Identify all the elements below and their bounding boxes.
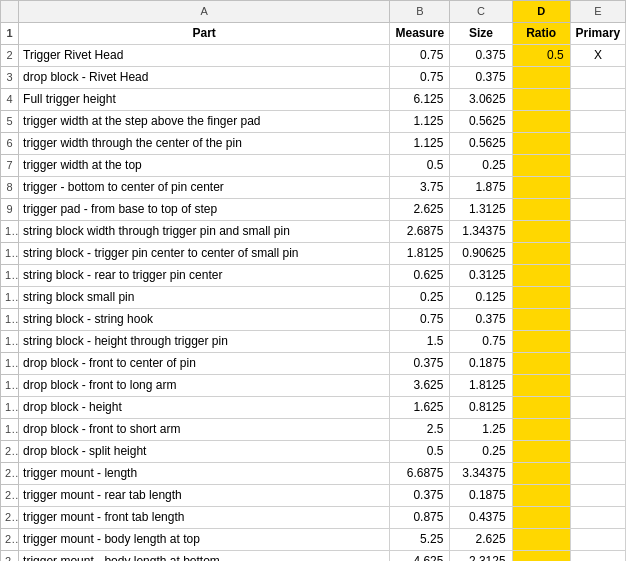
cell-c[interactable]: 0.5625 bbox=[450, 111, 512, 133]
cell-d[interactable] bbox=[512, 551, 570, 562]
cell-b[interactable]: 0.5 bbox=[390, 441, 450, 463]
cell-c[interactable]: 1.25 bbox=[450, 419, 512, 441]
cell-b[interactable]: 0.75 bbox=[390, 67, 450, 89]
cell-d[interactable] bbox=[512, 309, 570, 331]
cell-d[interactable] bbox=[512, 397, 570, 419]
cell-c[interactable]: 1.875 bbox=[450, 177, 512, 199]
cell-d[interactable] bbox=[512, 89, 570, 111]
cell-a[interactable]: trigger - bottom to center of pin center bbox=[19, 177, 390, 199]
cell-d[interactable] bbox=[512, 133, 570, 155]
cell-c[interactable]: Size bbox=[450, 23, 512, 45]
cell-e[interactable] bbox=[570, 133, 625, 155]
cell-a[interactable]: Part bbox=[19, 23, 390, 45]
cell-b[interactable]: 0.875 bbox=[390, 507, 450, 529]
cell-e[interactable]: Primary bbox=[570, 23, 625, 45]
cell-c[interactable]: 1.8125 bbox=[450, 375, 512, 397]
cell-b[interactable]: 3.625 bbox=[390, 375, 450, 397]
cell-c[interactable]: 0.5625 bbox=[450, 133, 512, 155]
cell-d[interactable] bbox=[512, 221, 570, 243]
col-header-d[interactable]: D bbox=[512, 1, 570, 23]
cell-c[interactable]: 0.1875 bbox=[450, 353, 512, 375]
cell-b[interactable]: 0.75 bbox=[390, 309, 450, 331]
cell-c[interactable]: 0.375 bbox=[450, 67, 512, 89]
cell-a[interactable]: trigger mount - rear tab length bbox=[19, 485, 390, 507]
cell-c[interactable]: 3.34375 bbox=[450, 463, 512, 485]
cell-d[interactable] bbox=[512, 67, 570, 89]
cell-c[interactable]: 0.1875 bbox=[450, 485, 512, 507]
cell-e[interactable] bbox=[570, 331, 625, 353]
cell-e[interactable] bbox=[570, 155, 625, 177]
cell-c[interactable]: 0.25 bbox=[450, 155, 512, 177]
cell-d[interactable] bbox=[512, 331, 570, 353]
cell-b[interactable]: 0.375 bbox=[390, 353, 450, 375]
cell-a[interactable]: trigger mount - body length at top bbox=[19, 529, 390, 551]
cell-d[interactable] bbox=[512, 111, 570, 133]
cell-c[interactable]: 1.3125 bbox=[450, 199, 512, 221]
cell-e[interactable] bbox=[570, 67, 625, 89]
cell-d[interactable]: 0.5 bbox=[512, 45, 570, 67]
cell-a[interactable]: drop block - front to center of pin bbox=[19, 353, 390, 375]
cell-e[interactable] bbox=[570, 507, 625, 529]
cell-d[interactable] bbox=[512, 529, 570, 551]
cell-a[interactable]: trigger width at the top bbox=[19, 155, 390, 177]
cell-a[interactable]: trigger pad - from base to top of step bbox=[19, 199, 390, 221]
cell-b[interactable]: 3.75 bbox=[390, 177, 450, 199]
cell-e[interactable] bbox=[570, 265, 625, 287]
cell-e[interactable] bbox=[570, 309, 625, 331]
cell-b[interactable]: 6.125 bbox=[390, 89, 450, 111]
cell-d[interactable] bbox=[512, 265, 570, 287]
cell-a[interactable]: drop block - Rivet Head bbox=[19, 67, 390, 89]
cell-c[interactable]: 0.375 bbox=[450, 45, 512, 67]
cell-a[interactable]: drop block - height bbox=[19, 397, 390, 419]
cell-a[interactable]: trigger mount - front tab length bbox=[19, 507, 390, 529]
cell-d[interactable]: Ratio bbox=[512, 23, 570, 45]
cell-a[interactable]: trigger mount - length bbox=[19, 463, 390, 485]
cell-e[interactable] bbox=[570, 89, 625, 111]
cell-c[interactable]: 2.625 bbox=[450, 529, 512, 551]
cell-e[interactable] bbox=[570, 529, 625, 551]
cell-d[interactable] bbox=[512, 463, 570, 485]
cell-a[interactable]: string block small pin bbox=[19, 287, 390, 309]
col-header-c[interactable]: C bbox=[450, 1, 512, 23]
cell-b[interactable]: 0.75 bbox=[390, 45, 450, 67]
cell-a[interactable]: trigger mount - body length at bottom bbox=[19, 551, 390, 562]
cell-d[interactable] bbox=[512, 155, 570, 177]
cell-b[interactable]: 0.5 bbox=[390, 155, 450, 177]
cell-d[interactable] bbox=[512, 419, 570, 441]
cell-b[interactable]: 6.6875 bbox=[390, 463, 450, 485]
cell-a[interactable]: string block width through trigger pin a… bbox=[19, 221, 390, 243]
cell-d[interactable] bbox=[512, 243, 570, 265]
cell-b[interactable]: 2.625 bbox=[390, 199, 450, 221]
cell-b[interactable]: 1.125 bbox=[390, 111, 450, 133]
cell-c[interactable]: 0.375 bbox=[450, 309, 512, 331]
cell-e[interactable] bbox=[570, 199, 625, 221]
cell-b[interactable]: 0.25 bbox=[390, 287, 450, 309]
cell-e[interactable] bbox=[570, 485, 625, 507]
cell-e[interactable] bbox=[570, 353, 625, 375]
cell-e[interactable] bbox=[570, 419, 625, 441]
cell-d[interactable] bbox=[512, 375, 570, 397]
cell-d[interactable] bbox=[512, 199, 570, 221]
cell-a[interactable]: drop block - front to short arm bbox=[19, 419, 390, 441]
cell-a[interactable]: string block - height through trigger pi… bbox=[19, 331, 390, 353]
cell-b[interactable]: Measure bbox=[390, 23, 450, 45]
cell-c[interactable]: 0.3125 bbox=[450, 265, 512, 287]
cell-c[interactable]: 2.3125 bbox=[450, 551, 512, 562]
cell-a[interactable]: drop block - split height bbox=[19, 441, 390, 463]
cell-e[interactable] bbox=[570, 375, 625, 397]
cell-e[interactable] bbox=[570, 441, 625, 463]
cell-b[interactable]: 2.6875 bbox=[390, 221, 450, 243]
cell-b[interactable]: 2.5 bbox=[390, 419, 450, 441]
cell-b[interactable]: 5.25 bbox=[390, 529, 450, 551]
cell-e[interactable] bbox=[570, 177, 625, 199]
cell-d[interactable] bbox=[512, 177, 570, 199]
cell-e[interactable] bbox=[570, 287, 625, 309]
cell-e[interactable] bbox=[570, 551, 625, 562]
cell-c[interactable]: 0.90625 bbox=[450, 243, 512, 265]
cell-a[interactable]: Trigger Rivet Head bbox=[19, 45, 390, 67]
cell-c[interactable]: 0.25 bbox=[450, 441, 512, 463]
cell-c[interactable]: 0.125 bbox=[450, 287, 512, 309]
cell-e[interactable] bbox=[570, 397, 625, 419]
cell-d[interactable] bbox=[512, 507, 570, 529]
cell-a[interactable]: string block - trigger pin center to cen… bbox=[19, 243, 390, 265]
